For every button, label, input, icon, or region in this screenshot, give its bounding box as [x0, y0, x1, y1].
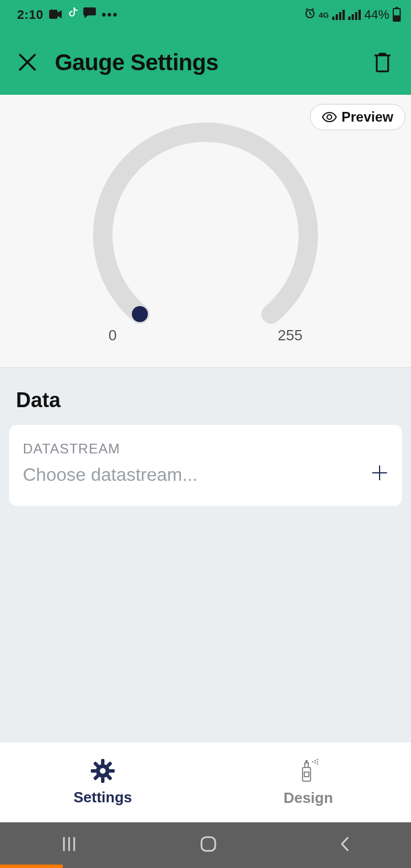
datastream-field-label: DATASTREAM	[23, 441, 388, 457]
gauge-max-label: 255	[278, 327, 303, 344]
message-icon	[83, 7, 96, 22]
back-button[interactable]	[339, 835, 350, 855]
camera-icon	[49, 7, 62, 22]
tab-settings[interactable]: Settings	[0, 742, 206, 822]
battery-percent: 44%	[364, 7, 389, 22]
data-section-title: Data	[0, 368, 411, 425]
datastream-card[interactable]: DATASTREAM Choose datastream...	[9, 425, 402, 506]
svg-rect-0	[49, 10, 58, 19]
signal-icon-2	[348, 10, 361, 20]
svg-rect-16	[305, 760, 308, 763]
gauge-indicator	[132, 306, 148, 322]
spray-icon	[297, 758, 320, 783]
add-datastream-button[interactable]	[371, 463, 388, 487]
gauge-widget: 0 255	[0, 104, 411, 344]
datastream-placeholder: Choose datastream...	[23, 464, 198, 485]
svg-point-18	[312, 761, 314, 762]
close-icon	[17, 52, 38, 73]
alarm-icon	[304, 7, 316, 22]
svg-rect-5	[101, 777, 104, 783]
app-header: Gauge Settings	[0, 30, 411, 95]
delete-button[interactable]	[370, 50, 395, 75]
battery-icon	[393, 8, 401, 22]
svg-rect-24	[202, 837, 215, 851]
more-icon: •••	[102, 7, 118, 22]
preview-button[interactable]: Preview	[310, 104, 405, 130]
gear-icon	[91, 759, 115, 783]
clock: 2:10	[17, 7, 43, 22]
svg-rect-7	[109, 769, 115, 773]
svg-rect-17	[304, 772, 309, 777]
signal-icon	[332, 10, 345, 20]
trash-icon	[372, 51, 393, 74]
status-left: 2:10 •••	[17, 7, 118, 22]
svg-rect-6	[91, 769, 96, 773]
eye-icon	[322, 112, 337, 122]
android-nav-bar	[0, 822, 411, 868]
tiktok-icon	[67, 7, 78, 22]
svg-point-19	[315, 760, 316, 761]
status-right: 4G 44%	[304, 7, 401, 22]
recent-apps-button[interactable]	[61, 835, 78, 855]
preview-label: Preview	[341, 109, 393, 125]
gauge-arc	[80, 108, 331, 343]
data-section: Data DATASTREAM Choose datastream...	[0, 368, 411, 506]
network-type-badge: 4G	[319, 11, 329, 19]
tab-design-label: Design	[284, 789, 333, 807]
nav-indicator	[0, 865, 63, 868]
svg-rect-15	[305, 763, 308, 767]
svg-point-20	[315, 762, 316, 763]
home-button[interactable]	[199, 834, 218, 856]
gauge-min-label: 0	[108, 327, 116, 344]
svg-point-23	[317, 763, 319, 765]
svg-point-13	[100, 768, 106, 774]
gauge-preview-section: Preview 0 255	[0, 95, 411, 368]
page-title: Gauge Settings	[55, 50, 370, 75]
svg-point-22	[317, 761, 319, 762]
close-button[interactable]	[16, 51, 39, 74]
status-bar: 2:10 ••• 4G 44%	[0, 0, 411, 30]
plus-icon	[371, 464, 388, 481]
svg-point-21	[317, 758, 319, 760]
svg-point-2	[327, 115, 332, 119]
bottom-tab-bar: Settings Design	[0, 742, 411, 822]
svg-rect-4	[101, 759, 104, 765]
tab-settings-label: Settings	[74, 789, 132, 806]
tab-design[interactable]: Design	[206, 742, 411, 822]
